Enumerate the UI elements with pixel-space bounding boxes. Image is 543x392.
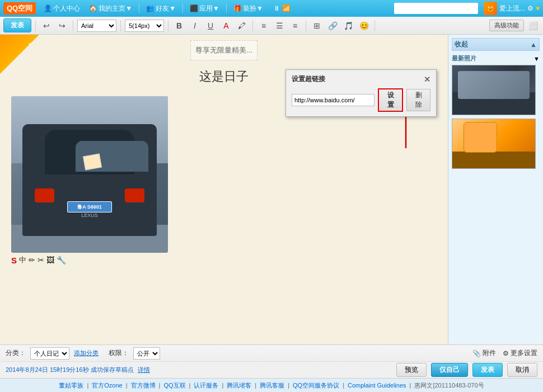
settings-icon[interactable]: ⚙ [527,4,533,12]
hyperlink-set-button[interactable]: 设置 [378,88,403,112]
sidebar-expand-icon[interactable]: ▼ [533,55,540,62]
image-tool-crop[interactable]: ✂ [38,256,44,265]
underline-button[interactable]: U [204,19,217,32]
banner-text: 尊享无限量精美... [195,46,252,54]
music-button[interactable]: 🎵 [341,19,355,32]
editor-container: 免费信纸 尊享无限量精美... 这是日子 [0,35,448,344]
nav-sep-2 [182,4,183,13]
sidebar-header: 收起 ▲ [452,38,540,51]
undo-button[interactable]: ↩ [40,19,53,32]
emoji-button[interactable]: 😊 [357,19,371,32]
qq-logo-text: QQ空间 [7,4,32,12]
license-plate: 鲁A S6601 [67,201,112,212]
footer-link-3[interactable]: QQ互联 [163,381,185,390]
search-input[interactable] [394,3,478,14]
more-settings-button[interactable]: ⚙ 更多设置 [503,348,537,358]
cancel-button[interactable]: 取消 [507,363,537,377]
hyperlink-url-input[interactable] [292,94,375,106]
sidebar-collapse-icon[interactable]: ▲ [530,41,537,49]
font-size-select[interactable]: 5(14px) [125,20,164,32]
footer-sep-4: | [222,382,223,389]
align-left-button[interactable]: ≡ [257,19,270,32]
italic-button[interactable]: I [188,19,202,32]
nav-my-home[interactable]: 🏠 我的主页▼ [86,3,135,15]
attach-icon: 📎 [472,350,481,357]
footer-link-6[interactable]: 腾讯客服 [260,381,284,390]
footer-link-2[interactable]: 官方微博 [131,381,156,390]
editor-toolbar: 发表 ↩ ↪ Arial 5(14px) B I U A 🖍 ≡ ☰ ≡ ⊞ 🔗… [0,17,543,35]
sidebar-photo-1[interactable] [452,65,536,115]
highlight-button[interactable]: 🖍 [235,19,249,32]
table-button[interactable]: ⊞ [310,19,324,32]
footer-link-1[interactable]: 官方Ozone [92,381,122,390]
save-detail-link[interactable]: 详情 [138,366,150,373]
pause-icon[interactable]: ⏸ [273,4,280,12]
align-center-button[interactable]: ☰ [273,19,286,32]
top-banner: 尊享无限量精美... [190,40,258,60]
permission-select[interactable]: 公开 [133,347,160,360]
align-right-button[interactable]: ≡ [288,19,302,32]
nav-decor[interactable]: 🎁 装扮▼ [230,3,266,15]
save-info-main: 2014年8月24日 15时19分16秒 成功保存草稿点 [6,366,134,373]
image-toolbar: S 中 ✏ ✂ 🖼 🔧 [11,255,168,265]
bottom-right-actions: 📎 附件 ⚙ 更多设置 [472,348,537,358]
image-tool-img[interactable]: 🖼 [46,256,54,265]
font-name-select[interactable]: Arial [77,20,116,32]
publish-button[interactable]: 仅自己 [431,363,468,377]
user-avatar[interactable]: 🐱 [484,2,497,15]
top-nav-right: 🐱 爱上流... ⚙ ♥ [484,2,540,15]
footer-link-7[interactable]: QQ空间服务协议 [293,381,339,390]
final-submit-button[interactable]: 发表 [472,363,503,377]
footer-right-buttons: 预览 仅自己 发表 取消 [396,363,537,377]
tail-light-left [35,188,54,202]
permission-label: 权限： [109,348,129,358]
home-icon: 🏠 [89,4,97,12]
post-image-container: 鲁A S6601 LEXUS S 中 ✏ ✂ 🖼 🔧 [11,96,168,265]
nav-apps[interactable]: ⬛ 应用▼ [186,3,223,15]
add-category-link[interactable]: 添加分类 [74,349,99,357]
preview-button[interactable]: 预览 [396,363,427,377]
font-color-button[interactable]: A [219,19,233,32]
more-settings-label: 更多设置 [511,348,537,358]
nav-sep-3 [226,4,227,13]
footer-sep-8: | [410,382,411,389]
tail-light-right [125,188,144,202]
footer-link-5[interactable]: 腾讯堵客 [227,381,251,390]
footer-sep-1: | [126,382,128,389]
image-tool-cn[interactable]: 中 [19,255,26,265]
advanced-function-button[interactable]: 高级功能 [489,20,524,31]
free-note-badge-inner: 免费信纸 [0,35,39,74]
car-brand-text: LEXUS [81,212,98,218]
expand-button[interactable]: ⬜ [526,19,540,32]
footer-sep-5: | [255,382,256,389]
sidebar-collapse-text[interactable]: 收起 [455,40,468,49]
dialog-close-button[interactable]: ✕ [424,75,430,84]
footer-link-4[interactable]: 认讦服务 [194,381,218,390]
recent-photos-label: 最新照片 [452,54,476,63]
footer-sep-3: | [189,382,191,389]
nav-person-center[interactable]: 👤 个人中心 [40,3,83,15]
redo-button[interactable]: ↪ [55,19,69,32]
apps-icon: ⬛ [190,4,198,12]
footer-link-8[interactable]: Complaint Guidelines [348,382,406,389]
image-tool-pencil[interactable]: ✏ [29,256,35,265]
image-tool-s[interactable]: S [11,256,17,265]
nav-friends[interactable]: 👥 好友▼ [143,3,179,15]
qq-logo[interactable]: QQ空间 [3,2,36,15]
submit-button[interactable]: 发表 [3,18,31,32]
hyperlink-del-button[interactable]: 删除 [406,89,430,111]
link-button[interactable]: 🔗 [326,19,339,32]
post-image: 鲁A S6601 LEXUS [11,96,168,253]
bottom-bar: 分类： 个人日记 添加分类 权限： 公开 📎 附件 ⚙ 更多设置 [0,344,543,361]
toolbar-sep-5 [252,20,253,31]
dialog-title-text: 设置超链接 [292,74,325,84]
attach-button[interactable]: 📎 附件 [472,348,496,358]
footer-sep-2: | [159,382,161,389]
sidebar-photo-2[interactable] [452,119,536,169]
person-icon: 👤 [44,4,52,12]
image-tool-settings[interactable]: 🔧 [57,256,66,265]
bold-button[interactable]: B [172,19,186,32]
heart-icon[interactable]: ♥ [536,4,540,12]
category-select[interactable]: 个人日记 [30,347,69,360]
footer-link-0[interactable]: 董姑零族 [59,381,83,390]
